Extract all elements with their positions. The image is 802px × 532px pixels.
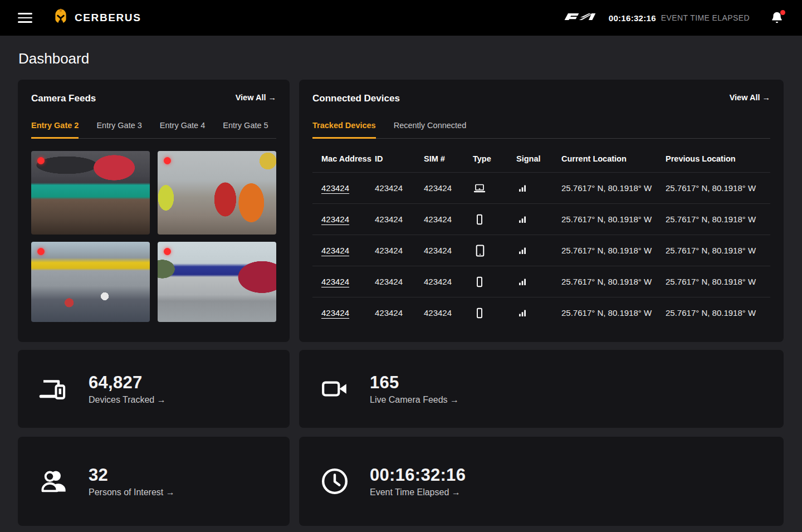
devices-icon [38, 375, 69, 403]
tablet-icon [473, 235, 516, 266]
mac-address-link[interactable]: 423424 [321, 308, 349, 318]
signal-strength-icon [516, 173, 561, 204]
connected-devices-card: Connected Devices View All → Tracked Dev… [299, 80, 784, 342]
signal-strength-icon [516, 297, 561, 329]
recording-indicator [164, 157, 171, 164]
current-location: 25.7617° N, 80.1918° W [561, 266, 666, 297]
current-location: 25.7617° N, 80.1918° W [561, 173, 666, 204]
hamburger-menu-icon[interactable] [18, 13, 32, 23]
column-header-type: Type [473, 149, 516, 173]
device-sim: 423424 [424, 204, 473, 235]
dashboard-page: CERBERUS 00:16:32:16 EVENT TIME ELAPSED [0, 0, 802, 532]
phone-icon [473, 204, 516, 235]
camera-feed-thumbnail-gate-6-entrance[interactable] [31, 151, 150, 235]
live-camera-feeds-stat-card[interactable]: 165 Live Camera Feeds → [299, 350, 784, 428]
table-row: 423424 423424 423424 [312, 173, 770, 204]
connected-devices-tabs: Tracked Devices Recently Connected [312, 121, 770, 139]
signal-strength-icon [516, 266, 561, 297]
event-timer-label: EVENT TIME ELAPSED [661, 13, 750, 22]
tab-entry-gate-3[interactable]: Entry Gate 3 [96, 121, 141, 139]
table-header-row: Mac Address ID SIM # Type Signal Current… [312, 149, 770, 173]
recording-indicator [37, 248, 45, 255]
column-header-id: ID [375, 149, 424, 173]
previous-location: 25.7617° N, 80.1918° W [666, 297, 770, 329]
connected-devices-title: Connected Devices [312, 93, 400, 104]
tab-entry-gate-2[interactable]: Entry Gate 2 [31, 121, 79, 139]
tab-entry-gate-4[interactable]: Entry Gate 4 [160, 121, 205, 139]
clock-icon [320, 467, 350, 495]
notification-badge [780, 10, 785, 15]
main-content: Dashboard Camera Feeds View All → Entry … [0, 36, 802, 526]
event-time-elapsed-label[interactable]: Event Time Elapsed → [370, 487, 466, 497]
camera-feed-thumbnail-ticket-booth[interactable] [158, 242, 276, 322]
tab-recently-connected[interactable]: Recently Connected [394, 121, 467, 139]
current-location: 25.7617° N, 80.1918° W [561, 297, 666, 329]
event-time-elapsed-value: 00:16:32:16 [370, 465, 466, 485]
camera-feeds-view-all-link[interactable]: View All → [236, 93, 276, 102]
device-id: 423424 [375, 235, 424, 266]
live-camera-feeds-value: 165 [370, 373, 459, 393]
mac-address-link[interactable]: 423424 [321, 277, 349, 286]
device-sim: 423424 [424, 297, 473, 329]
device-id: 423424 [375, 173, 424, 204]
previous-location: 25.7617° N, 80.1918° W [666, 266, 770, 297]
recording-indicator [37, 157, 45, 164]
column-header-mac-address: Mac Address [312, 149, 375, 173]
current-location: 25.7617° N, 80.1918° W [561, 204, 666, 235]
top-nav: CERBERUS 00:16:32:16 EVENT TIME ELAPSED [0, 0, 802, 36]
phone-icon [473, 266, 516, 297]
table-row: 423424 423424 423424 [312, 235, 770, 266]
column-header-sim: SIM # [424, 149, 473, 173]
brand: CERBERUS [52, 8, 141, 28]
devices-tracked-value: 64,827 [89, 373, 166, 393]
brand-name: CERBERUS [75, 12, 141, 24]
current-location: 25.7617° N, 80.1918° W [561, 235, 666, 266]
table-row: 423424 423424 423424 [312, 297, 770, 329]
persons-icon [38, 468, 69, 494]
camera-feed-thumbnail-pit-lane-crowd[interactable] [31, 242, 150, 322]
notification-bell-icon[interactable] [770, 11, 784, 25]
camera-feeds-tabs: Entry Gate 2 Entry Gate 3 Entry Gate 4 E… [31, 121, 276, 139]
device-id: 423424 [375, 297, 424, 329]
device-sim: 423424 [424, 235, 473, 266]
camera-feeds-card: Camera Feeds View All → Entry Gate 2 Ent… [18, 80, 290, 342]
persons-of-interest-label[interactable]: Persons of Interest → [89, 487, 175, 497]
f1-logo-icon [563, 12, 596, 24]
camera-feed-thumbnail-crowd-walkway[interactable] [158, 151, 276, 235]
previous-location: 25.7617° N, 80.1918° W [666, 173, 770, 204]
page-title: Dashboard [18, 50, 784, 67]
event-timer: 00:16:32:16 EVENT TIME ELAPSED [609, 13, 750, 23]
mac-address-link[interactable]: 423424 [321, 183, 349, 193]
event-time-elapsed-stat-card[interactable]: 00:16:32:16 Event Time Elapsed → [299, 437, 784, 526]
cerberus-helmet-logo-icon [52, 8, 69, 28]
column-header-signal: Signal [516, 149, 561, 173]
connected-devices-view-all-link[interactable]: View All → [730, 93, 770, 102]
video-camera-icon [320, 377, 350, 401]
camera-feeds-title: Camera Feeds [31, 93, 96, 104]
mac-address-link[interactable]: 423424 [321, 214, 349, 224]
phone-icon [473, 297, 516, 329]
persons-of-interest-stat-card[interactable]: 32 Persons of Interest → [18, 437, 290, 526]
persons-of-interest-value: 32 [89, 465, 175, 485]
device-id: 423424 [375, 204, 424, 235]
mac-address-link[interactable]: 423424 [321, 246, 349, 255]
tab-entry-gate-5[interactable]: Entry Gate 5 [223, 121, 268, 139]
camera-feed-grid [31, 151, 276, 322]
top-cards-row: Camera Feeds View All → Entry Gate 2 Ent… [18, 80, 784, 342]
previous-location: 25.7617° N, 80.1918° W [666, 235, 770, 266]
signal-strength-icon [516, 235, 561, 266]
devices-tracked-label[interactable]: Devices Tracked → [89, 395, 166, 405]
tab-tracked-devices[interactable]: Tracked Devices [312, 121, 376, 139]
device-sim: 423424 [424, 266, 473, 297]
device-sim: 423424 [424, 173, 473, 204]
device-id: 423424 [375, 266, 424, 297]
nav-right: 00:16:32:16 EVENT TIME ELAPSED [563, 11, 784, 25]
event-timer-value: 00:16:32:16 [609, 13, 656, 23]
live-camera-feeds-label[interactable]: Live Camera Feeds → [370, 395, 459, 405]
column-header-current-location: Current Location [561, 149, 666, 173]
stats-row-1: 64,827 Devices Tracked → 165 Live Camera… [18, 350, 784, 428]
signal-strength-icon [516, 204, 561, 235]
stats-row-2: 32 Persons of Interest → 00:16:32:16 Eve… [18, 437, 784, 526]
laptop-icon [473, 173, 516, 204]
devices-tracked-stat-card[interactable]: 64,827 Devices Tracked → [18, 350, 290, 428]
